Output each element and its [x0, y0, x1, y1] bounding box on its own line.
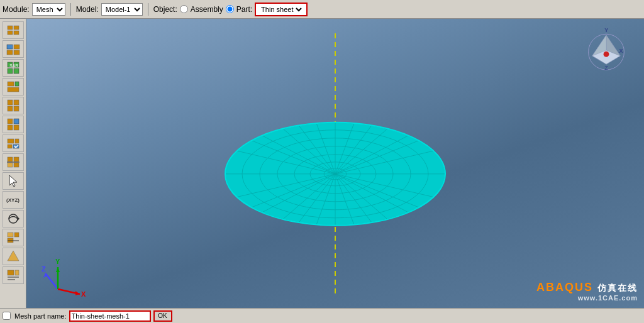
svg-rect-18 [8, 106, 13, 111]
tool-partition[interactable] [3, 153, 24, 171]
svg-rect-22 [8, 125, 13, 130]
svg-text:X: X [81, 290, 86, 298]
sidebar: SAR [0, 19, 26, 308]
tool-seed-part[interactable] [3, 21, 24, 39]
svg-text:Y: Y [55, 258, 60, 265]
svg-marker-42 [8, 251, 19, 261]
svg-rect-26 [8, 145, 12, 148]
object-group: Object: Assembly Part: Thin sheet [153, 3, 308, 16]
svg-point-84 [604, 52, 609, 57]
tool-query[interactable] [3, 266, 24, 284]
mesh-part-label: Mesh part name: [14, 312, 67, 320]
svg-rect-19 [14, 106, 19, 111]
part-label: Part: [236, 5, 252, 14]
ok-button[interactable]: OK [153, 310, 172, 322]
tool-cursor[interactable] [3, 172, 24, 190]
tool-element-type[interactable] [3, 78, 24, 96]
tool-verify[interactable] [3, 134, 24, 152]
statusbar: Mesh part name: OK [0, 308, 644, 323]
tool-xyz-triad[interactable]: (XYZ) [3, 191, 24, 209]
svg-marker-37 [18, 217, 19, 221]
part-radio[interactable] [226, 5, 234, 13]
svg-marker-75 [56, 267, 60, 272]
svg-rect-3 [14, 31, 19, 35]
mesh-part-input[interactable] [69, 310, 151, 322]
part-select[interactable]: Thin sheet [258, 5, 304, 14]
tool-rotate[interactable] [3, 210, 24, 227]
assembly-radio[interactable] [180, 5, 188, 13]
tool-display-opts[interactable] [3, 248, 24, 265]
svg-rect-16 [8, 100, 13, 105]
svg-rect-5 [14, 45, 19, 49]
tool-view-options[interactable] [3, 229, 24, 246]
svg-rect-4 [7, 45, 13, 49]
model-select[interactable]: Model-1 [101, 3, 143, 16]
model-label: Model: [76, 5, 99, 14]
svg-rect-7 [14, 50, 19, 55]
watermark: ABAQUS 仿真在线 www.1CAE.com [536, 281, 638, 302]
coord-axes: Z Y X [39, 251, 89, 302]
svg-rect-11 [14, 68, 19, 74]
model-group: Model: Model-1 [76, 3, 143, 16]
svg-text:Z: Z [604, 65, 608, 71]
tool-delete-mesh[interactable] [3, 116, 24, 133]
svg-marker-35 [9, 175, 17, 187]
watermark-sub: 仿真在线 [597, 283, 638, 293]
divider-1 [70, 3, 71, 16]
svg-rect-0 [8, 26, 13, 30]
svg-rect-23 [14, 125, 19, 130]
svg-rect-25 [15, 139, 19, 143]
svg-rect-31 [14, 157, 19, 162]
svg-rect-13 [8, 82, 14, 86]
svg-rect-2 [8, 31, 13, 35]
watermark-abaqus: ABAQUS [536, 281, 593, 293]
watermark-domain: www.1CAE.com [536, 294, 638, 302]
svg-rect-39 [14, 233, 19, 237]
svg-rect-30 [8, 157, 13, 162]
mesh-container [216, 118, 455, 233]
part-select-box: Thin sheet [255, 3, 308, 16]
divider-2 [148, 3, 148, 16]
tool-seed-edge[interactable] [3, 40, 24, 58]
mesh-svg [216, 118, 455, 231]
svg-line-71 [45, 273, 58, 289]
object-label: Object: [153, 5, 177, 14]
tool-mesh-part[interactable] [3, 97, 24, 114]
svg-text:SAR: SAR [9, 63, 18, 68]
viewport[interactable]: Z Y X X Y Z [26, 19, 644, 308]
svg-rect-17 [14, 100, 19, 105]
assembly-label: Assembly [191, 5, 223, 14]
svg-rect-6 [7, 50, 13, 55]
module-group: Module: Mesh [3, 3, 65, 16]
svg-rect-1 [14, 26, 19, 30]
svg-rect-33 [14, 163, 19, 167]
svg-rect-10 [8, 68, 13, 74]
tool-mesh-controls[interactable]: SAR [3, 59, 24, 77]
dismiss-checkbox[interactable] [3, 312, 11, 320]
svg-marker-72 [43, 273, 48, 278]
svg-rect-14 [15, 82, 19, 86]
svg-rect-38 [8, 233, 13, 237]
svg-rect-21 [14, 119, 19, 124]
module-select[interactable]: Mesh [32, 3, 65, 16]
svg-rect-32 [8, 163, 13, 167]
dismiss-checkbox-group [3, 312, 11, 320]
svg-rect-43 [8, 270, 14, 275]
compass-3d: X Y Z [581, 25, 631, 75]
main-area: SAR [0, 19, 644, 308]
module-label: Module: [3, 5, 30, 14]
svg-text:Z: Z [42, 265, 46, 273]
svg-rect-15 [8, 87, 19, 92]
svg-text:Y: Y [604, 27, 608, 33]
svg-rect-20 [8, 119, 13, 124]
toolbar: Module: Mesh Model: Model-1 Object: Asse… [0, 0, 644, 19]
svg-point-36 [9, 214, 18, 223]
svg-rect-24 [8, 139, 14, 143]
svg-text:X: X [619, 48, 623, 54]
svg-rect-44 [15, 270, 19, 275]
